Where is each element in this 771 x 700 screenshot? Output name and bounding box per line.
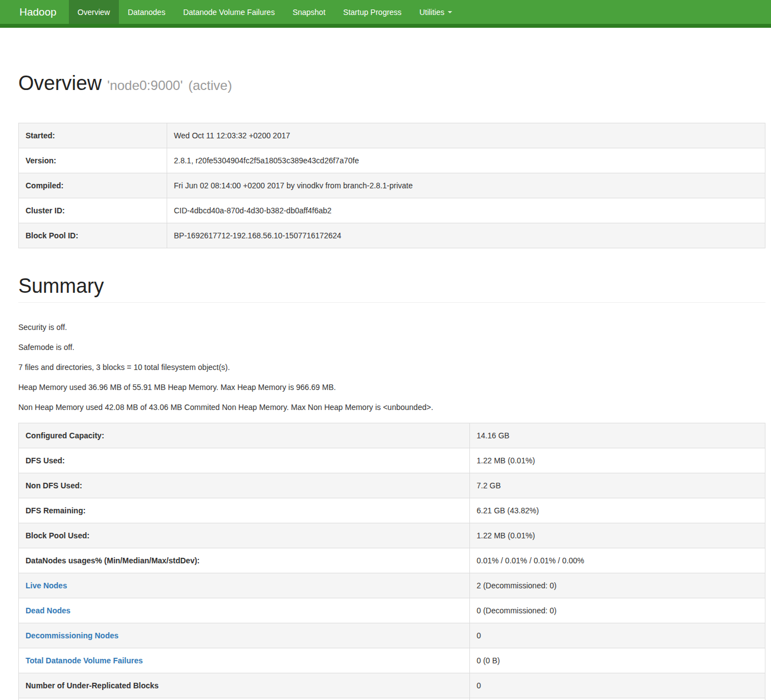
security-status-text: Security is off. bbox=[18, 322, 765, 333]
row-value: 1.22 MB (0.01%) bbox=[470, 448, 765, 473]
summary-table: Configured Capacity: 14.16 GB DFS Used: … bbox=[18, 423, 765, 700]
row-label: Number of Blocks Pending Deletion bbox=[19, 698, 470, 700]
table-row-non-dfs-used: Non DFS Used: 7.2 GB bbox=[19, 473, 765, 498]
table-row-blocks-pending-deletion: Number of Blocks Pending Deletion 0 bbox=[19, 698, 765, 700]
table-row-block-pool-id: Block Pool ID: BP-1692617712-192.168.56.… bbox=[19, 223, 765, 248]
namenode-state: (active) bbox=[188, 78, 232, 93]
row-label: Number of Under-Replicated Blocks bbox=[19, 673, 470, 698]
row-value: 6.21 GB (43.82%) bbox=[470, 498, 765, 523]
table-row-under-replicated-blocks: Number of Under-Replicated Blocks 0 bbox=[19, 673, 765, 698]
row-value: 2 (Decommissioned: 0) bbox=[470, 573, 765, 598]
row-label: Configured Capacity: bbox=[19, 423, 470, 448]
table-row-cluster-id: Cluster ID: CID-4dbcd40a-870d-4d30-b382-… bbox=[19, 198, 765, 223]
row-label: Block Pool Used: bbox=[19, 523, 470, 548]
row-label: DFS Remaining: bbox=[19, 498, 470, 523]
safemode-status-text: Safemode is off. bbox=[18, 342, 765, 353]
non-heap-memory-text: Non Heap Memory used 42.08 MB of 43.06 M… bbox=[18, 402, 765, 413]
table-row-dfs-used: DFS Used: 1.22 MB (0.01%) bbox=[19, 448, 765, 473]
row-value: 7.2 GB bbox=[470, 473, 765, 498]
nav-item-snapshot[interactable]: Snapshot bbox=[284, 0, 334, 24]
row-label: Version: bbox=[19, 148, 167, 173]
table-row-datanode-usages: DataNodes usages% (Min/Median/Max/stdDev… bbox=[19, 548, 765, 573]
navbar-items: Overview Datanodes Datanode Volume Failu… bbox=[69, 0, 461, 24]
row-value: 0 bbox=[470, 623, 765, 648]
page-title: Overview 'node0:9000' (active) bbox=[18, 72, 765, 97]
page-content: Overview 'node0:9000' (active) Started: … bbox=[0, 72, 771, 700]
nav-item-overview[interactable]: Overview bbox=[69, 0, 119, 24]
row-value: 2.8.1, r20fe5304904fc2f5a18053c389e43cd2… bbox=[167, 148, 765, 173]
row-value: BP-1692617712-192.168.56.10-150771617262… bbox=[167, 223, 765, 248]
table-row-dfs-remaining: DFS Remaining: 6.21 GB (43.82%) bbox=[19, 498, 765, 523]
row-value: 1.22 MB (0.01%) bbox=[470, 523, 765, 548]
chevron-down-icon bbox=[448, 11, 452, 13]
navbar: Hadoop Overview Datanodes Datanode Volum… bbox=[0, 0, 771, 28]
volume-failures-link[interactable]: Total Datanode Volume Failures bbox=[26, 656, 143, 665]
row-value: 14.16 GB bbox=[470, 423, 765, 448]
nav-item-startup-progress[interactable]: Startup Progress bbox=[334, 0, 410, 24]
nav-item-utilities-label: Utilities bbox=[419, 8, 444, 17]
table-row-compiled: Compiled: Fri Jun 02 08:14:00 +0200 2017… bbox=[19, 173, 765, 198]
table-row-volume-failures: Total Datanode Volume Failures 0 (0 B) bbox=[19, 648, 765, 673]
nav-item-datanode-volume-failures[interactable]: Datanode Volume Failures bbox=[174, 0, 284, 24]
table-row-decommissioning-nodes: Decommissioning Nodes 0 bbox=[19, 623, 765, 648]
row-value: 0 bbox=[470, 698, 765, 700]
summary-title: Summary bbox=[18, 275, 765, 303]
nav-item-datanodes[interactable]: Datanodes bbox=[119, 0, 174, 24]
table-row-configured-capacity: Configured Capacity: 14.16 GB bbox=[19, 423, 765, 448]
overview-table: Started: Wed Oct 11 12:03:32 +0200 2017 … bbox=[18, 123, 765, 248]
row-label: DFS Used: bbox=[19, 448, 470, 473]
heap-memory-text: Heap Memory used 36.96 MB of 55.91 MB He… bbox=[18, 382, 765, 393]
page-title-text: Overview bbox=[18, 72, 102, 94]
dead-nodes-link[interactable]: Dead Nodes bbox=[26, 606, 71, 615]
row-label: Cluster ID: bbox=[19, 198, 167, 223]
table-row-started: Started: Wed Oct 11 12:03:32 +0200 2017 bbox=[19, 123, 765, 148]
row-label: Block Pool ID: bbox=[19, 223, 167, 248]
row-value: 0 (0 B) bbox=[470, 648, 765, 673]
live-nodes-link[interactable]: Live Nodes bbox=[26, 581, 67, 590]
row-value: Fri Jun 02 08:14:00 +0200 2017 by vinodk… bbox=[167, 173, 765, 198]
filesystem-objects-text: 7 files and directories, 3 blocks = 10 t… bbox=[18, 362, 765, 373]
row-label: Compiled: bbox=[19, 173, 167, 198]
summary-paragraphs: Security is off. Safemode is off. 7 file… bbox=[18, 322, 765, 413]
navbar-brand[interactable]: Hadoop bbox=[0, 0, 69, 24]
table-row-dead-nodes: Dead Nodes 0 (Decommissioned: 0) bbox=[19, 598, 765, 623]
nav-item-utilities-dropdown[interactable]: Utilities bbox=[410, 0, 461, 24]
row-value: Wed Oct 11 12:03:32 +0200 2017 bbox=[167, 123, 765, 148]
row-value: 0.01% / 0.01% / 0.01% / 0.00% bbox=[470, 548, 765, 573]
table-row-version: Version: 2.8.1, r20fe5304904fc2f5a18053c… bbox=[19, 148, 765, 173]
row-value: CID-4dbcd40a-870d-4d30-b382-db0aff4f6ab2 bbox=[167, 198, 765, 223]
table-row-block-pool-used: Block Pool Used: 1.22 MB (0.01%) bbox=[19, 523, 765, 548]
row-label: Started: bbox=[19, 123, 167, 148]
namenode-address: 'node0:9000' bbox=[107, 78, 183, 93]
row-label: Non DFS Used: bbox=[19, 473, 470, 498]
row-label: DataNodes usages% (Min/Median/Max/stdDev… bbox=[19, 548, 470, 573]
decommissioning-nodes-link[interactable]: Decommissioning Nodes bbox=[26, 631, 118, 640]
row-value: 0 (Decommissioned: 0) bbox=[470, 598, 765, 623]
table-row-live-nodes: Live Nodes 2 (Decommissioned: 0) bbox=[19, 573, 765, 598]
row-value: 0 bbox=[470, 673, 765, 698]
